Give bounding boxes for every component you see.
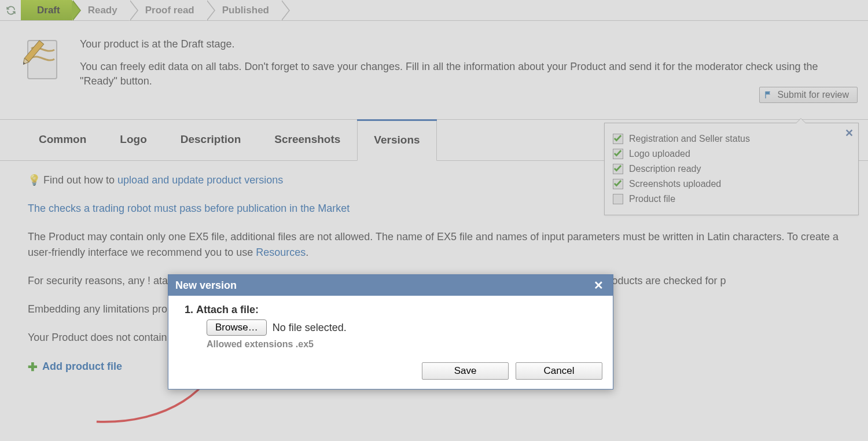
review-checklist-popover: ✕ Registration and Seller status Logo up…	[604, 123, 859, 215]
dialog-body: Attach a file: Browse… No file selected.…	[168, 296, 613, 362]
checklist-label: Registration and Seller status	[629, 134, 750, 144]
checklist-label: Screenshots uploaded	[629, 179, 721, 189]
stage-breadcrumb: Draft Ready Proof read Published	[0, 0, 868, 21]
checklist-item: Registration and Seller status	[613, 131, 848, 146]
checklist-label: Description ready	[629, 164, 701, 174]
stage-proofread[interactable]: Proof read	[129, 0, 206, 20]
dialog-header: New version ✕	[168, 275, 613, 296]
file-status: No file selected.	[273, 322, 347, 334]
plus-icon: ✚	[28, 358, 38, 376]
stage-info-line2: You can freely edit data on all tabs. Do…	[80, 60, 845, 89]
submit-label: Submit for review	[777, 90, 849, 100]
hint-link[interactable]: upload and update product versions	[117, 174, 283, 186]
stage-label: Published	[222, 5, 269, 16]
stage-label: Proof read	[145, 5, 194, 16]
page-root: Draft Ready Proof read Published Your pr…	[0, 0, 868, 441]
checkbox-checked-icon	[613, 134, 623, 144]
close-icon[interactable]: ✕	[591, 278, 606, 292]
refresh-icon[interactable]	[5, 0, 17, 20]
stage-published[interactable]: Published	[206, 0, 281, 20]
add-file-label: Add product file	[42, 359, 122, 374]
close-icon[interactable]: ✕	[845, 127, 854, 139]
resources-link[interactable]: Resources	[256, 247, 306, 258]
checkbox-checked-icon	[613, 179, 623, 189]
tab-versions[interactable]: Versions	[357, 120, 436, 161]
stage-label: Draft	[37, 5, 60, 16]
checkbox-checked-icon	[613, 164, 623, 174]
tab-logo[interactable]: Logo	[103, 120, 163, 160]
tab-screenshots[interactable]: Screenshots	[258, 120, 357, 160]
tab-common[interactable]: Common	[22, 120, 103, 160]
browse-button[interactable]: Browse…	[207, 319, 267, 336]
submit-for-review-button[interactable]: Submit for review	[759, 87, 858, 103]
draft-doc-icon	[23, 37, 64, 83]
tab-description[interactable]: Description	[164, 120, 258, 160]
attach-file-step: Attach a file: Browse… No file selected.…	[196, 304, 601, 350]
flag-icon	[764, 90, 774, 100]
checklist-item: Logo uploaded	[613, 146, 848, 161]
save-button[interactable]: Save	[422, 362, 509, 380]
stage-draft[interactable]: Draft	[21, 0, 72, 20]
step-label: Attach a file:	[196, 304, 259, 315]
new-version-dialog: New version ✕ Attach a file: Browse… No …	[168, 274, 613, 389]
stage-info-line1: Your product is at the Draft stage.	[80, 37, 845, 52]
add-product-file-link[interactable]: ✚ Add product file	[28, 358, 122, 376]
stage-info-text: Your product is at the Draft stage. You …	[80, 37, 845, 97]
checklist-item: Screenshots uploaded	[613, 177, 848, 192]
checklist-label: Product file	[629, 194, 675, 204]
bulb-icon: 💡	[28, 174, 41, 186]
checklist-item: Description ready	[613, 161, 848, 177]
stage-label: Ready	[88, 5, 117, 16]
checks-link[interactable]: The checks a trading robot must pass bef…	[28, 203, 350, 214]
cancel-button[interactable]: Cancel	[516, 362, 602, 380]
checklist-item: Product file	[613, 192, 848, 207]
stage-info: Your product is at the Draft stage. You …	[0, 21, 868, 97]
dialog-title: New version	[175, 280, 237, 292]
checkbox-unchecked-icon	[613, 194, 623, 204]
paragraph-ex5: The Product may contain only one EX5 fil…	[28, 229, 840, 260]
checklist-label: Logo uploaded	[629, 149, 690, 159]
checkbox-checked-icon	[613, 149, 623, 159]
allowed-extensions: Allowed extensions .ex5	[207, 339, 601, 350]
dialog-footer: Save Cancel	[168, 362, 613, 389]
